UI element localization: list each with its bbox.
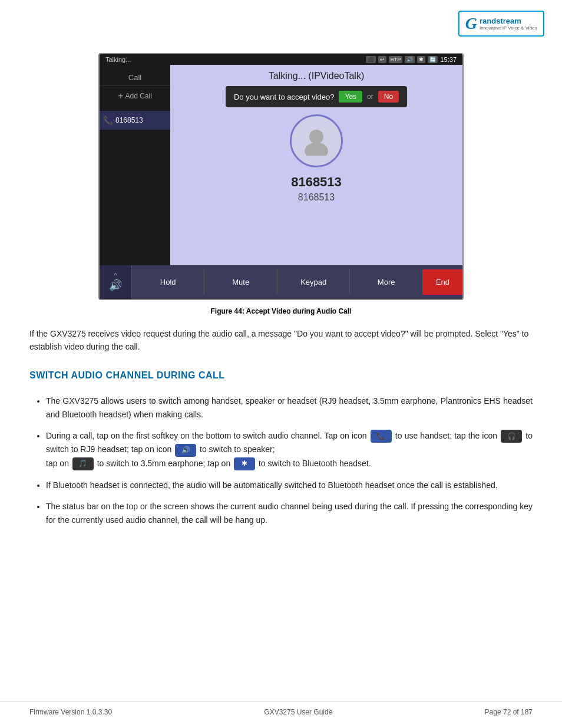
bullet-3-text: If Bluetooth headset is connected, the a… — [46, 480, 498, 490]
page-footer: Firmware Version 1.0.3.30 GXV3275 User G… — [0, 701, 562, 716]
add-call-label: Add Call — [125, 92, 151, 100]
phone-main-area: Talking... (IPVideoTalk) Do you want to … — [170, 65, 462, 265]
sidebar-contact-number: 8168513 — [115, 116, 143, 124]
sync-status-icon: 🔄 — [428, 56, 438, 63]
bullet-4-text: The status bar on the top or the screen … — [46, 502, 533, 524]
caller-name: 8168513 — [298, 192, 335, 203]
bullet-1-text: The GXV3275 allows users to switch among… — [46, 396, 533, 419]
more-softkey[interactable]: More — [350, 269, 422, 295]
logo-text-block: randstream Innovative IP Voice & Video — [480, 17, 537, 31]
signal-status-icon: ↩ — [378, 56, 386, 63]
svg-point-1 — [305, 143, 328, 156]
sidebar-add-call-button[interactable]: + Add Call — [100, 86, 170, 106]
clock-display: 15:37 — [440, 56, 457, 63]
rtp-status-icon: RTP — [389, 56, 403, 63]
volume-status-icon: 🔊 — [405, 56, 415, 63]
svg-point-0 — [309, 130, 323, 144]
section-heading: SWITCH AUDIO CHANNEL DURING CALL — [29, 368, 533, 383]
footer-page: Page 72 of 187 — [485, 708, 533, 716]
rj9-headset-icon: 🎧 — [501, 430, 522, 443]
sidebar-call-button[interactable]: Call — [100, 70, 170, 86]
list-item: During a call, tap on the first softkey … — [46, 429, 533, 470]
phone-body: Call + Add Call 📞 8168513 Talking... (IP… — [100, 65, 462, 265]
logo-brand: randstream — [480, 17, 537, 25]
logo-g-letter: G — [465, 14, 477, 33]
logo-tagline: Innovative IP Voice & Video — [480, 25, 537, 31]
bt-status-icon: ✱ — [417, 56, 425, 63]
phone-handset-icon: 📞 — [371, 430, 392, 443]
footer-firmware: Firmware Version 1.0.3.30 — [29, 708, 112, 716]
phone-status-bar: Talking... ⬛ ↩ RTP 🔊 ✱ 🔄 15:37 — [100, 54, 462, 65]
end-softkey[interactable]: End — [423, 269, 462, 295]
volume-icon: 🔊 — [109, 279, 122, 292]
bullet-list: The GXV3275 allows users to switch among… — [29, 394, 533, 526]
bullet-2-text: During a call, tap on the first softkey … — [46, 431, 533, 468]
bluetooth-icon: ✱ — [234, 457, 255, 470]
status-left-text: Talking... — [105, 56, 131, 63]
dialog-no-button[interactable]: No — [378, 91, 399, 103]
video-accept-dialog: Do you want to accept video? Yes or No — [226, 86, 407, 107]
dialog-or-text: or — [367, 93, 373, 101]
contact-phone-icon: 📞 — [103, 116, 113, 125]
main-content: If the GXV3275 receives video request du… — [29, 327, 533, 526]
volume-softkey[interactable]: ^ 🔊 — [100, 265, 132, 299]
list-item: The GXV3275 allows users to switch among… — [46, 394, 533, 421]
avatar-icon — [302, 126, 331, 156]
logo-box: G randstream Innovative IP Voice & Video — [458, 11, 544, 37]
hold-softkey[interactable]: Hold — [132, 269, 204, 295]
camera-status-icon: ⬛ — [366, 56, 376, 63]
keypad-softkey[interactable]: Keypad — [277, 269, 350, 295]
list-item: If Bluetooth headset is connected, the a… — [46, 479, 533, 492]
list-item: The status bar on the top or the screen … — [46, 500, 533, 526]
dialog-yes-button[interactable]: Yes — [339, 91, 362, 103]
plus-icon: + — [118, 91, 123, 101]
caller-number: 8168513 — [291, 174, 342, 190]
earphone-icon: 🎵 — [72, 457, 94, 470]
logo-area: G randstream Innovative IP Voice & Video — [458, 11, 544, 37]
mute-softkey[interactable]: Mute — [204, 269, 277, 295]
intro-paragraph: If the GXV3275 receives video request du… — [29, 327, 533, 354]
dialog-question-text: Do you want to accept video? — [234, 93, 335, 101]
phone-softkeys: ^ 🔊 Hold Mute Keypad More End — [100, 265, 462, 299]
caller-avatar — [290, 114, 343, 167]
speaker-icon: 🔊 — [175, 444, 196, 457]
caret-up-icon: ^ — [114, 272, 117, 279]
phone-sidebar: Call + Add Call 📞 8168513 — [100, 65, 170, 265]
figure-caption: Figure 44: Accept Video during Audio Cal… — [98, 307, 464, 315]
phone-screenshot: Talking... ⬛ ↩ RTP 🔊 ✱ 🔄 15:37 Call + Ad… — [98, 53, 464, 300]
footer-product: GXV3275 User Guide — [264, 708, 332, 716]
status-right-icons: ⬛ ↩ RTP 🔊 ✱ 🔄 15:37 — [366, 56, 457, 63]
sidebar-contact-item[interactable]: 📞 8168513 — [100, 111, 170, 130]
call-title: Talking... (IPVideoTalk) — [269, 71, 364, 81]
